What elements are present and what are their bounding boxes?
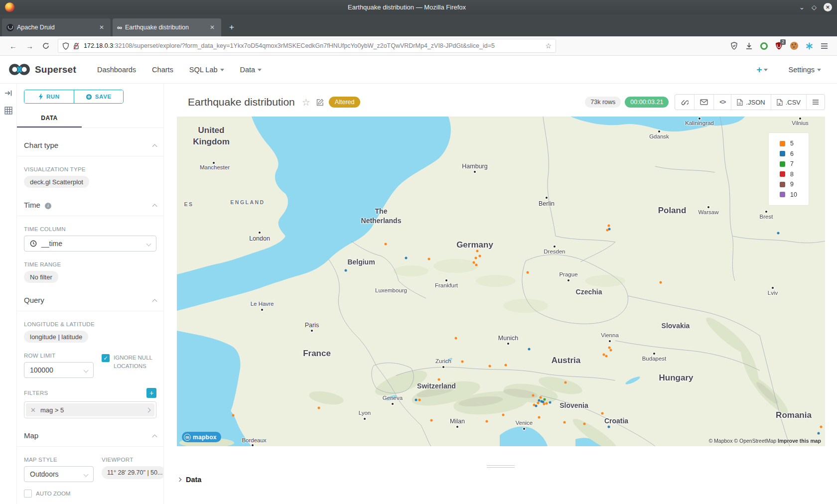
- window-minimize-button[interactable]: ⌄: [799, 4, 805, 10]
- edit-properties-icon[interactable]: [316, 99, 324, 106]
- brand-text: Superset: [35, 64, 76, 75]
- nav-charts[interactable]: Charts: [152, 66, 173, 74]
- nav-dashboards[interactable]: Dashboards: [97, 66, 136, 74]
- city-dot: [554, 246, 556, 248]
- earthquake-point: [583, 423, 586, 425]
- city-dot: [546, 197, 548, 199]
- earthquake-point: [418, 399, 421, 401]
- url-input[interactable]: 172.18.0.3 :32108/superset/explore/?form…: [58, 39, 556, 53]
- menu-button[interactable]: [821, 43, 828, 49]
- back-button[interactable]: ←: [5, 42, 21, 50]
- earthquake-point: [475, 257, 477, 259]
- mapbox-attribution-link[interactable]: © Mapbox: [708, 438, 734, 444]
- favorite-star-icon[interactable]: ☆: [302, 97, 310, 108]
- time-column-select[interactable]: __time: [24, 236, 156, 252]
- forward-button[interactable]: →: [21, 42, 38, 50]
- datasource-grid-icon[interactable]: [4, 107, 12, 115]
- mapbox-logo[interactable]: m mapbox: [182, 432, 221, 442]
- tab-apache-druid[interactable]: Apache Druid ✕: [2, 18, 111, 36]
- superset-logo[interactable]: Superset: [8, 63, 76, 76]
- deckgl-scatterplot-map[interactable]: United KingdomManchesterENGLANDESLondonL…: [177, 117, 825, 446]
- row-limit-select[interactable]: 100000: [24, 362, 94, 378]
- file-json-icon: [737, 99, 743, 106]
- left-rail: [0, 84, 17, 504]
- earthquake-point: [455, 337, 457, 340]
- reload-button[interactable]: [38, 42, 54, 49]
- osm-attribution-link[interactable]: © OpenStreetMap: [734, 438, 778, 444]
- download-icon[interactable]: [745, 42, 753, 50]
- legend-entry: 6: [780, 149, 809, 159]
- superset-navbar: Superset Dashboards Charts SQL Lab Data …: [0, 56, 837, 84]
- save-button[interactable]: SAVE: [74, 90, 124, 103]
- chevron-down-icon: [84, 472, 89, 477]
- earthquake-point: [605, 355, 608, 358]
- resize-handle[interactable]: [487, 465, 515, 468]
- filter-container: ✕ mag > 5: [24, 401, 156, 418]
- copy-link-button[interactable]: [675, 95, 694, 110]
- window-close-button[interactable]: ✕: [824, 3, 832, 11]
- earthquake-point: [660, 281, 662, 284]
- city-dot: [523, 428, 525, 430]
- data-panel-toggle[interactable]: Data: [178, 476, 837, 484]
- auto-zoom-checkbox[interactable]: AUTO ZOOM: [24, 489, 94, 498]
- section-time[interactable]: Time i: [17, 201, 163, 216]
- new-item-button[interactable]: +: [756, 64, 767, 75]
- ignore-null-checkbox[interactable]: ✓ IGNORE NULL LOCATIONS: [102, 354, 156, 371]
- city-dot: [609, 340, 611, 342]
- ublock-badge: 2: [780, 39, 786, 45]
- bookmark-star-icon[interactable]: ☆: [545, 42, 552, 50]
- tracking-shield-icon[interactable]: [62, 42, 69, 50]
- time-range-value[interactable]: No filter: [24, 271, 58, 283]
- map-style-select[interactable]: Outdoors: [24, 466, 94, 482]
- collapse-panel-icon[interactable]: [4, 90, 12, 97]
- section-map[interactable]: Map: [17, 431, 163, 447]
- chevron-up-icon: [152, 299, 157, 304]
- remove-filter-icon[interactable]: ✕: [30, 406, 36, 414]
- tab-close-icon[interactable]: ✕: [208, 23, 217, 32]
- cookie-extension-icon[interactable]: [790, 42, 798, 50]
- time-column-label: TIME COLUMN: [24, 226, 156, 232]
- asterisk-extension-icon[interactable]: [806, 42, 813, 50]
- earthquake-point: [546, 402, 548, 405]
- viz-type-value[interactable]: deck.gl Scatterplot: [24, 176, 89, 188]
- nav-data[interactable]: Data: [240, 66, 262, 74]
- earthquake-point: [528, 348, 531, 351]
- ublock-icon[interactable]: 2: [775, 42, 783, 50]
- earthquake-point: [476, 250, 479, 252]
- add-filter-button[interactable]: +: [146, 388, 156, 398]
- viewport-value[interactable]: 11° 28' 29.70" | 50...: [102, 466, 164, 479]
- chevron-up-icon: [152, 144, 157, 149]
- settings-menu[interactable]: Settings: [789, 66, 821, 74]
- city-dot: [261, 309, 263, 311]
- earthquake-point: [549, 401, 552, 404]
- run-button[interactable]: RUN: [24, 90, 74, 103]
- tab-close-icon[interactable]: ✕: [97, 23, 106, 32]
- protections-shield-icon[interactable]: [730, 42, 738, 50]
- lonlat-value[interactable]: longitude | latitude: [24, 331, 88, 343]
- window-maximize-button[interactable]: ◇: [812, 4, 817, 10]
- city-dot: [252, 444, 254, 446]
- section-chart-type[interactable]: Chart type: [17, 141, 163, 156]
- city-dot: [456, 426, 458, 428]
- email-button[interactable]: [694, 95, 713, 110]
- insecure-lock-icon[interactable]: [73, 42, 80, 50]
- export-json-button[interactable]: .JSON: [731, 95, 770, 110]
- legend-swatch: [780, 182, 785, 187]
- export-csv-button[interactable]: .CSV: [771, 95, 806, 110]
- tab-earthquake-distribution[interactable]: ∞ Earthquake distribution ✕: [113, 18, 221, 36]
- earthquake-point: [318, 407, 320, 409]
- hamburger-icon: [812, 99, 819, 105]
- more-options-button[interactable]: [806, 95, 825, 110]
- extension-green-icon[interactable]: [760, 42, 768, 50]
- embed-code-button[interactable]: <>: [713, 95, 731, 110]
- new-tab-button[interactable]: +: [223, 22, 240, 36]
- chevron-right-icon: [177, 478, 181, 482]
- city-dot: [772, 287, 774, 289]
- tab-data[interactable]: DATA: [17, 111, 82, 127]
- nav-sql-lab[interactable]: SQL Lab: [189, 66, 224, 74]
- improve-map-link[interactable]: Improve this map: [778, 438, 821, 444]
- export-toolbar: <> .JSON .CSV: [675, 94, 825, 110]
- section-query[interactable]: Query: [17, 296, 163, 311]
- filter-chip[interactable]: ✕ mag > 5: [26, 403, 154, 416]
- timer-badge: 00:00:03.21: [625, 97, 669, 108]
